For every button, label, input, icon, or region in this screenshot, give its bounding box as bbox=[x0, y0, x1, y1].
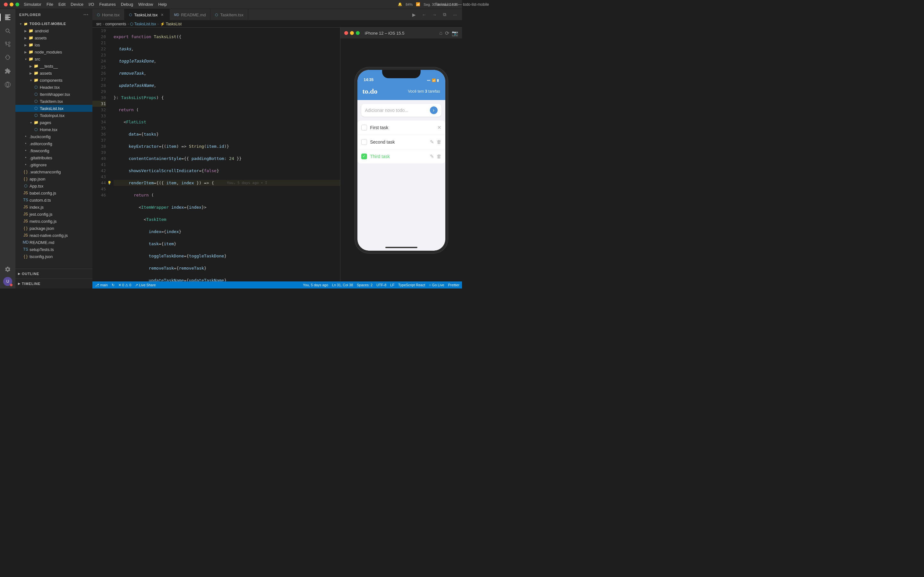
sidebar-item-packagejson[interactable]: { } package.json bbox=[15, 225, 92, 232]
menu-features[interactable]: Features bbox=[99, 2, 115, 7]
language-indicator[interactable]: TypeScript React bbox=[398, 283, 425, 287]
sidebar-item-taskslist-tsx[interactable]: ⬡ TasksList.tsx bbox=[15, 105, 92, 112]
sidebar-item-tests[interactable]: ▶ 📁 __tests__ bbox=[15, 63, 92, 69]
timeline-header[interactable]: ▶ TIMELINE bbox=[15, 280, 92, 287]
menu-help[interactable]: Help bbox=[158, 2, 167, 7]
task2-delete-icon[interactable]: 🗑 bbox=[437, 139, 441, 145]
task3-delete-icon[interactable]: 🗑 bbox=[437, 153, 441, 159]
user-avatar[interactable]: U bbox=[3, 277, 12, 286]
errors-indicator[interactable]: ✕ 0 ⚠ 0 bbox=[118, 283, 131, 287]
sidebar-item-node-modules[interactable]: ▶ 📁 node_modules bbox=[15, 48, 92, 55]
code-text[interactable]: export function TasksList({ tasks, toggl… bbox=[108, 27, 340, 282]
go-live-button[interactable]: ○ Go Live bbox=[429, 283, 444, 287]
sidebar-item-watchmanconfig[interactable]: { } .watchmanconfig bbox=[15, 168, 92, 175]
menu-debug[interactable]: Debug bbox=[121, 2, 133, 7]
sim-minimize[interactable] bbox=[350, 31, 354, 35]
sidebar-item-pages[interactable]: ▾ 📁 pages bbox=[15, 119, 92, 126]
sim-screenshot-icon[interactable]: 📷 bbox=[452, 30, 458, 36]
more-icon[interactable]: ··· bbox=[451, 11, 459, 19]
live-share-button[interactable]: ↗ Live Share bbox=[135, 283, 156, 287]
sim-maximize[interactable] bbox=[356, 31, 360, 35]
sidebar-item-gitignore[interactable]: • .gitignore bbox=[15, 161, 92, 168]
sidebar-item-src-assets[interactable]: ▶ 📁 assets bbox=[15, 69, 92, 77]
sidebar-item-flowconfig[interactable]: • .flowconfig bbox=[15, 147, 92, 154]
activity-extensions[interactable] bbox=[2, 65, 13, 77]
menu-file[interactable]: File bbox=[47, 2, 53, 7]
tree-root[interactable]: ▾ 📁 TODO-LIST-MOBILE bbox=[15, 20, 92, 27]
breadcrumb-components[interactable]: components bbox=[105, 22, 126, 26]
activity-search[interactable] bbox=[2, 25, 13, 37]
go-forward-icon[interactable]: → bbox=[430, 11, 439, 19]
breadcrumb-src[interactable]: src bbox=[96, 22, 102, 26]
menu-simulator[interactable]: Simulator bbox=[24, 2, 41, 7]
maximize-button[interactable] bbox=[15, 3, 19, 6]
tab-taskslist-tsx[interactable]: ⬡ TasksList.tsx × bbox=[124, 9, 170, 20]
formatter-indicator[interactable]: Prettier bbox=[448, 283, 459, 287]
taskslist-tab-close[interactable]: × bbox=[160, 12, 165, 17]
sidebar-item-taskitem-tsx[interactable]: ⬡ TaskItem.tsx bbox=[15, 98, 92, 105]
sidebar-item-components[interactable]: ▾ 📁 components bbox=[15, 77, 92, 84]
line-ending-indicator[interactable]: LF bbox=[390, 283, 394, 287]
sync-icon[interactable]: ↻ bbox=[111, 283, 115, 287]
sidebar-item-header-tsx[interactable]: ⬡ Header.tsx bbox=[15, 84, 92, 91]
sim-close[interactable] bbox=[344, 31, 348, 35]
blame-indicator[interactable]: You, 5 days ago bbox=[303, 283, 328, 287]
todo-input-area[interactable]: Adicionar novo todo... › bbox=[361, 104, 441, 117]
sidebar-item-ios[interactable]: ▶ 📁 ios bbox=[15, 41, 92, 48]
activity-source-control[interactable] bbox=[2, 39, 13, 50]
sim-home-icon[interactable]: ⌂ bbox=[439, 30, 443, 36]
sidebar-item-home-tsx[interactable]: ⬡ Home.tsx bbox=[15, 126, 92, 133]
spaces-indicator[interactable]: Spaces: 2 bbox=[357, 283, 373, 287]
sidebar-item-setuptests[interactable]: TS setupTests.ts bbox=[15, 246, 92, 253]
task2-edit-icon[interactable]: ✎ bbox=[430, 139, 434, 145]
sidebar-item-jestconfig[interactable]: JS jest.config.js bbox=[15, 211, 92, 218]
split-editor-icon[interactable]: ⧉ bbox=[440, 11, 449, 19]
task1-checkbox[interactable] bbox=[361, 125, 367, 131]
task1-delete-icon[interactable]: ✕ bbox=[437, 125, 441, 131]
tab-readme[interactable]: MD README.md bbox=[170, 9, 211, 20]
menu-edit[interactable]: Edit bbox=[58, 2, 65, 7]
sidebar-item-tsconfig[interactable]: { } tsconfig.json bbox=[15, 253, 92, 260]
todo-input-placeholder[interactable]: Adicionar novo todo... bbox=[365, 108, 430, 113]
sidebar-item-readme[interactable]: MD README.md bbox=[15, 239, 92, 246]
code-editor[interactable]: 19 20 21 22 23 24 25 26 27 28 29 30 31 3… bbox=[92, 27, 340, 282]
sidebar-item-custom-dts[interactable]: TS custom.d.ts bbox=[15, 197, 92, 203]
breadcrumb-file[interactable]: ⬡ TasksList.tsx bbox=[130, 22, 156, 26]
sidebar-item-todoinput-tsx[interactable]: ⬡ TodoInput.tsx bbox=[15, 112, 92, 119]
position-indicator[interactable]: Ln 31, Col 38 bbox=[332, 283, 353, 287]
activity-remote[interactable] bbox=[2, 79, 13, 90]
sidebar-item-editorconfig[interactable]: • .editorconfig bbox=[15, 140, 92, 147]
breadcrumb-symbol[interactable]: ⚡ TasksList bbox=[160, 22, 182, 26]
sidebar-item-buckconfig[interactable]: • .buckconfig bbox=[15, 133, 92, 140]
sim-rotate-icon[interactable]: ⟳ bbox=[445, 30, 449, 36]
menu-io[interactable]: I/O bbox=[89, 2, 94, 7]
minimize-button[interactable] bbox=[10, 3, 13, 6]
activity-debug[interactable] bbox=[2, 52, 13, 63]
encoding-indicator[interactable]: UTF-8 bbox=[376, 283, 386, 287]
go-back-icon[interactable]: ← bbox=[420, 11, 429, 19]
close-button[interactable] bbox=[4, 3, 8, 6]
activity-explorer[interactable] bbox=[2, 11, 13, 23]
sidebar-item-appjson[interactable]: { } app.json bbox=[15, 175, 92, 182]
sidebar-item-android[interactable]: ▶ 📁 android bbox=[15, 27, 92, 34]
branch-indicator[interactable]: ⎇ main bbox=[95, 283, 108, 287]
sidebar-item-gitattributes[interactable]: • .gitattributes bbox=[15, 154, 92, 161]
tab-taskitem-tsx[interactable]: ⬡ TaskItem.tsx bbox=[210, 9, 248, 20]
outline-header[interactable]: ▶ OUTLINE bbox=[15, 270, 92, 277]
sidebar-item-metroconfig[interactable]: JS metro.config.js bbox=[15, 218, 92, 225]
menu-device[interactable]: Device bbox=[71, 2, 83, 7]
tab-home-tsx[interactable]: ⬡ Home.tsx bbox=[92, 9, 124, 20]
run-button[interactable]: ▶ bbox=[409, 11, 418, 19]
sidebar-item-babelconfig[interactable]: JS babel.config.js bbox=[15, 189, 92, 197]
task3-checkbox[interactable]: ✓ bbox=[361, 153, 367, 159]
sidebar-item-itemwrapper-tsx[interactable]: ⬡ ItemWrapper.tsx bbox=[15, 91, 92, 98]
explorer-more[interactable]: ··· bbox=[83, 12, 89, 18]
sidebar-item-assets-root[interactable]: ▶ 📁 assets bbox=[15, 34, 92, 41]
activity-settings[interactable] bbox=[2, 263, 13, 275]
sidebar-item-indexjs[interactable]: JS index.js bbox=[15, 203, 92, 211]
traffic-lights[interactable] bbox=[4, 3, 19, 6]
task2-checkbox[interactable] bbox=[361, 139, 367, 145]
sidebar-item-app-tsx[interactable]: ⬡ App.tsx bbox=[15, 182, 92, 189]
sidebar-item-src[interactable]: ▾ 📁 src bbox=[15, 55, 92, 63]
task3-edit-icon[interactable]: ✎ bbox=[430, 153, 434, 159]
